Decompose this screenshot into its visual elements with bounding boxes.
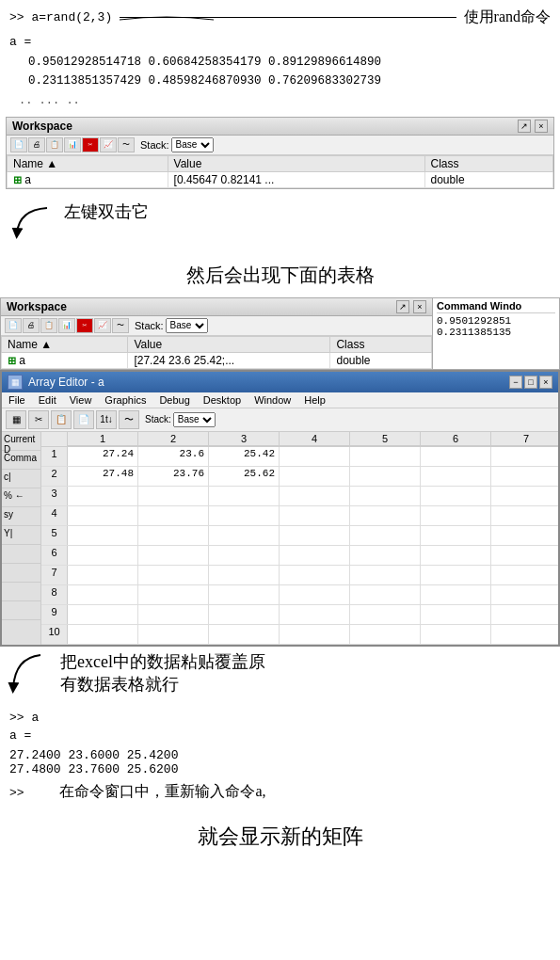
ae-data-cell[interactable] — [280, 506, 350, 525]
ae-data-cell[interactable] — [209, 506, 280, 525]
ae-data-cell[interactable] — [421, 566, 491, 584]
ae-data-cell[interactable] — [68, 526, 138, 545]
ae-data-cell[interactable] — [209, 487, 280, 505]
ae-data-cell[interactable] — [421, 487, 491, 505]
ae-tool-paste[interactable]: 📄 — [73, 410, 94, 429]
ae-tool-graph[interactable]: 〜 — [119, 410, 139, 429]
ws2-tool-5[interactable]: ✂ — [76, 318, 93, 333]
ae-data-row[interactable]: 4 — [41, 506, 558, 526]
ae-data-cell[interactable] — [138, 625, 209, 644]
ae-data-cell[interactable] — [350, 566, 421, 584]
ae-data-cell[interactable] — [138, 566, 209, 584]
ws2-close-btn[interactable]: × — [413, 300, 426, 313]
ae-data-cell[interactable] — [491, 566, 558, 584]
ae-data-cell[interactable] — [68, 506, 138, 525]
ae-data-cell[interactable] — [491, 546, 558, 565]
ae-tool-1[interactable]: ▦ — [6, 410, 26, 429]
ae-tool-num[interactable]: 1t↓ — [96, 410, 117, 429]
ae-data-cell[interactable] — [280, 605, 350, 624]
ae-data-cell[interactable]: 27.48 — [68, 467, 138, 486]
ae-data-cell[interactable] — [68, 566, 138, 584]
ae-data-cell[interactable] — [280, 526, 350, 545]
ae-data-cell[interactable]: 25.62 — [209, 467, 280, 486]
ae-menu-window[interactable]: Window — [251, 393, 294, 407]
ae-data-cell[interactable] — [280, 487, 350, 505]
ae-tool-copy[interactable]: 📋 — [51, 410, 72, 429]
ws2-tool-7[interactable]: 〜 — [112, 318, 129, 333]
ae-data-cell[interactable] — [138, 526, 209, 545]
ae-data-cell[interactable] — [68, 585, 138, 604]
ws2-arrow-btn[interactable]: ↗ — [396, 300, 409, 313]
ae-data-cell[interactable] — [209, 605, 280, 624]
ae-close-btn[interactable]: × — [539, 376, 552, 389]
ae-data-cell[interactable] — [421, 526, 491, 545]
ws2-tool-4[interactable]: 📊 — [58, 318, 75, 333]
ae-data-cell[interactable] — [350, 625, 421, 644]
ae-data-cell[interactable] — [491, 605, 558, 624]
ws2-tool-3[interactable]: 📋 — [40, 318, 57, 333]
ae-data-cell[interactable] — [68, 605, 138, 624]
ae-data-cell[interactable] — [491, 625, 558, 644]
ae-data-cell[interactable] — [421, 447, 491, 466]
table-row[interactable]: ⊞ a [27.24 23.6 25.42;... double — [2, 352, 432, 368]
ws1-arrow-btn[interactable]: ↗ — [518, 120, 531, 133]
ae-data-cell[interactable] — [350, 467, 421, 486]
ae-data-row[interactable]: 3 — [41, 487, 558, 506]
ae-data-row[interactable]: 127.2423.625.42 — [41, 447, 558, 467]
ae-data-cell[interactable] — [491, 487, 558, 505]
ws2-tool-1[interactable]: 📄 — [5, 318, 22, 333]
ae-data-row[interactable]: 8 — [41, 585, 558, 605]
ae-data-cell[interactable]: 23.76 — [138, 467, 209, 486]
ae-data-cell[interactable] — [350, 506, 421, 525]
ae-data-cell[interactable] — [350, 546, 421, 565]
ae-data-cell[interactable] — [138, 546, 209, 565]
ws1-tool-3[interactable]: 📋 — [46, 137, 63, 152]
ae-data-cell[interactable] — [138, 605, 209, 624]
ae-controls[interactable]: − □ × — [509, 376, 552, 389]
ae-menu-desktop[interactable]: Desktop — [200, 393, 244, 407]
ws1-tool-5[interactable]: ✂ — [82, 137, 99, 152]
ae-menu-file[interactable]: File — [6, 393, 28, 407]
ae-data-cell[interactable] — [280, 467, 350, 486]
ae-data-cell[interactable] — [68, 487, 138, 505]
ae-data-cell[interactable] — [209, 566, 280, 584]
ae-data-cell[interactable] — [280, 447, 350, 466]
ae-data-row[interactable]: 227.4823.7625.62 — [41, 467, 558, 487]
ae-data-cell[interactable] — [68, 625, 138, 644]
ae-data-cell[interactable] — [350, 487, 421, 505]
ae-data-cell[interactable] — [209, 585, 280, 604]
ae-data-cell[interactable] — [421, 585, 491, 604]
ws2-stack-select[interactable]: Base — [166, 318, 208, 333]
ae-data-cell[interactable] — [138, 506, 209, 525]
ae-data-cell[interactable] — [350, 447, 421, 466]
ae-data-row[interactable]: 7 — [41, 566, 558, 585]
ae-data-cell[interactable] — [138, 487, 209, 505]
ws2-tool-6[interactable]: 📈 — [94, 318, 111, 333]
ae-stack-select[interactable]: Base — [173, 412, 216, 427]
ae-data-cell[interactable] — [350, 605, 421, 624]
ae-data-cell[interactable] — [421, 506, 491, 525]
ae-min-btn[interactable]: − — [509, 376, 522, 389]
ws2-tool-2[interactable]: 🖨 — [23, 318, 40, 333]
ae-data-cell[interactable] — [421, 546, 491, 565]
ae-menu-help[interactable]: Help — [301, 393, 328, 407]
ae-data-cell[interactable] — [421, 605, 491, 624]
ws1-stack-select[interactable]: Base — [171, 137, 214, 152]
ws1-close-btn[interactable]: × — [535, 120, 548, 133]
ae-data-row[interactable]: 10 — [41, 625, 558, 645]
ae-data-row[interactable]: 5 — [41, 526, 558, 546]
ws1-tool-2[interactable]: 🖨 — [28, 137, 45, 152]
ae-data-cell[interactable] — [491, 467, 558, 486]
ae-data-cell[interactable] — [421, 625, 491, 644]
ws1-controls[interactable]: ↗ × — [518, 120, 548, 133]
ae-data-cell[interactable] — [209, 625, 280, 644]
ae-data-cell[interactable]: 25.42 — [209, 447, 280, 466]
ae-data-cell[interactable] — [491, 585, 558, 604]
ae-data-cell[interactable] — [280, 585, 350, 604]
ws1-tool-6[interactable]: 📈 — [100, 137, 117, 152]
ae-data-cell[interactable] — [280, 546, 350, 565]
ae-data-row[interactable]: 6 — [41, 546, 558, 566]
ws2-controls[interactable]: ↗ × — [396, 300, 426, 313]
ae-data-cell[interactable] — [209, 546, 280, 565]
ws1-tool-4[interactable]: 📊 — [64, 137, 81, 152]
